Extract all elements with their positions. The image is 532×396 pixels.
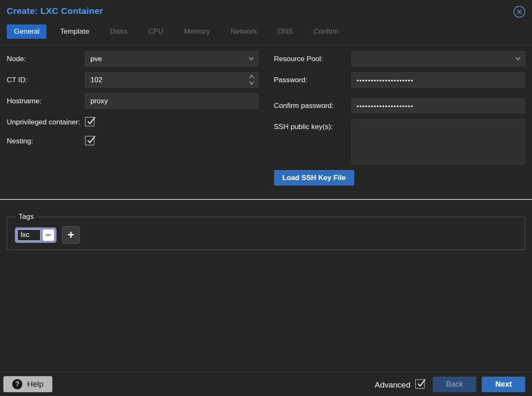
chevron-down-icon[interactable] [248,55,255,64]
plus-icon: + [68,229,74,241]
tab-cpu: CPU [141,24,171,39]
advanced-checkbox[interactable] [415,379,425,389]
unprivileged-row: Unprivileged container: [7,114,258,128]
ssh-keys-textarea[interactable] [351,119,526,164]
add-tag-button[interactable]: + [62,226,80,244]
tab-general[interactable]: General [7,24,46,39]
node-combobox[interactable]: pve [85,51,258,67]
node-label: Node: [7,51,85,65]
dialog-footer: ? Help Advanced Back Next [0,372,532,396]
dialog-title: Create: LXC Container [7,6,103,16]
tab-network: Network [223,24,264,39]
password-input[interactable]: •••••••••••••••••••• [351,72,526,88]
ctid-label: CT ID: [7,72,85,86]
tab-dns: DNS [271,24,300,39]
wizard-tabbar: General Template Disks CPU Memory Networ… [0,22,532,45]
tag-value-input[interactable]: lxc [17,229,41,241]
advanced-label: Advanced [375,379,410,390]
resource-pool-label: Resource Pool: [274,51,351,65]
confirm-password-row: Confirm password: •••••••••••••••••••• [274,98,526,113]
chevron-down-icon[interactable] [515,55,521,64]
tab-template[interactable]: Template [53,24,96,39]
ctid-spinner-field[interactable]: 102 [85,72,258,88]
confirm-password-label: Confirm password: [274,98,351,111]
remove-tag-button[interactable] [43,229,54,241]
dialog-titlebar: Create: LXC Container [0,0,532,22]
tab-memory: Memory [177,24,217,39]
advanced-toggle: Advanced [375,379,425,390]
help-button-label: Help [27,380,43,389]
resource-pool-combobox[interactable] [351,51,526,67]
back-button[interactable]: Back [433,377,476,392]
unprivileged-label: Unprivileged container: [7,114,85,128]
password-row: Password: •••••••••••••••••••• [274,72,526,88]
spinner-arrows-icon[interactable] [249,74,255,85]
tags-fieldset: Tags lxc + [7,213,525,250]
help-button[interactable]: ? Help [3,376,52,392]
hostname-label: Hostname: [7,93,85,107]
nesting-label: Nesting: [7,133,85,147]
question-mark-icon: ? [12,379,22,389]
load-ssh-key-file-button[interactable]: Load SSH Key File [274,170,354,186]
confirm-password-input[interactable]: •••••••••••••••••••• [351,98,526,113]
close-icon [513,5,526,20]
minus-icon [46,234,51,236]
hostname-input[interactable]: proxy [85,93,258,109]
tab-confirm: Confirm [307,24,346,39]
tag-pill: lxc [15,227,57,243]
ssh-keys-row: SSH public key(s): [274,119,526,164]
password-label: Password: [274,72,351,86]
ctid-row: CT ID: 102 [7,72,258,88]
tab-disks: Disks [103,24,135,39]
next-button[interactable]: Next [482,377,525,392]
section-divider [0,199,532,200]
node-row: Node: pve [7,51,258,67]
nesting-checkbox[interactable] [85,136,95,145]
general-panel: Node: pve CT ID: 102 [0,45,532,186]
ssh-keys-label: SSH public key(s): [274,119,351,132]
unprivileged-checkbox[interactable] [85,117,95,127]
close-button[interactable] [513,6,526,19]
load-ssh-row: Load SSH Key File [274,170,526,186]
nesting-row: Nesting: [7,133,258,147]
hostname-row: Hostname: proxy [7,93,258,109]
tags-legend: Tags [16,213,37,221]
resource-pool-row: Resource Pool: [274,51,526,67]
